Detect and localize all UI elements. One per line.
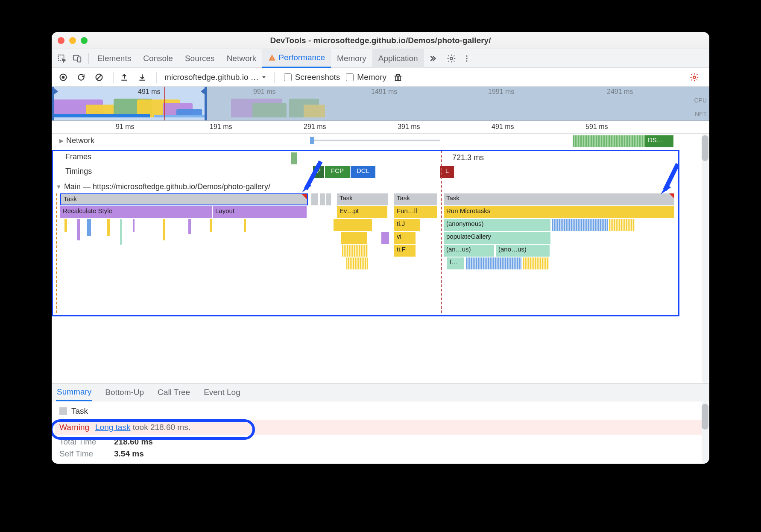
- network-bar[interactable]: DS…: [645, 135, 673, 147]
- flamechart[interactable]: ▶Network DS… Frames Timings 721.3 ms P F…: [52, 134, 709, 383]
- svg-rect-4: [272, 59, 273, 60]
- device-toggle-icon[interactable]: [70, 52, 84, 65]
- overview-net-label: NET: [694, 111, 707, 117]
- tab-network[interactable]: Network: [221, 49, 263, 68]
- perf-toolbar: microsoftedge.github.io … Screenshots Me…: [52, 68, 709, 87]
- svg-point-5: [450, 57, 453, 60]
- flame-task[interactable]: Task: [394, 193, 437, 205]
- ruler-tick: 91 ms: [116, 123, 135, 131]
- inspect-icon[interactable]: [55, 52, 69, 65]
- self-time-label: Self Time: [59, 449, 106, 459]
- ruler-tick: 291 ms: [304, 123, 326, 131]
- total-time-label: Total Time: [59, 437, 106, 447]
- chevron-down-icon: [261, 75, 266, 80]
- total-time-value: 218.60 ms: [114, 437, 153, 447]
- svg-point-12: [693, 76, 696, 79]
- warning-label: Warning: [59, 423, 89, 432]
- window-title: DevTools - microsoftedge.github.io/Demos…: [52, 36, 709, 45]
- flame-layout[interactable]: Layout: [213, 206, 307, 218]
- tab-summary[interactable]: Summary: [56, 383, 92, 401]
- summary-pane: Task Warning Long task took 218.60 ms. T…: [52, 401, 709, 464]
- self-time-value: 3.54 ms: [114, 449, 144, 459]
- ruler-tick: 491 ms: [492, 123, 514, 131]
- flame-task[interactable]: Task: [337, 193, 388, 205]
- flame-bar[interactable]: (ano…us): [496, 245, 550, 257]
- flame-bar[interactable]: Ev…pt: [337, 206, 387, 218]
- flame-bar[interactable]: ti.F: [394, 245, 416, 257]
- flame-bar[interactable]: populateGallery: [444, 232, 550, 244]
- warning-row: Warning Long task took 218.60 ms.: [55, 420, 706, 435]
- page-select[interactable]: microsoftedge.github.io …: [164, 73, 266, 82]
- tab-performance[interactable]: Performance: [262, 49, 331, 68]
- annotation-arrow-icon: [299, 159, 325, 198]
- tab-sources[interactable]: Sources: [179, 49, 221, 68]
- memory-checkbox[interactable]: Memory: [346, 73, 386, 82]
- svg-rect-3: [272, 57, 273, 59]
- kebab-icon[interactable]: [460, 52, 474, 65]
- tab-application[interactable]: Application: [372, 49, 424, 68]
- task-swatch-icon: [59, 407, 67, 415]
- warning-icon: [268, 54, 276, 61]
- clear-button[interactable]: [92, 70, 106, 85]
- svg-point-8: [466, 60, 467, 61]
- timeline-ruler[interactable]: 91 ms 191 ms 291 ms 391 ms 491 ms 591 ms: [52, 121, 709, 134]
- svg-point-10: [62, 76, 65, 79]
- svg-rect-2: [78, 57, 81, 62]
- tab-console[interactable]: Console: [137, 49, 179, 68]
- more-tabs-icon[interactable]: [426, 52, 439, 65]
- details-tabstrip: Summary Bottom-Up Call Tree Event Log: [52, 383, 709, 401]
- tab-bottomup[interactable]: Bottom-Up: [104, 383, 145, 401]
- titlebar: DevTools - microsoftedge.github.io/Demos…: [52, 32, 709, 49]
- record-button[interactable]: [56, 70, 70, 85]
- flame-recalc[interactable]: Recalculate Style: [60, 206, 212, 218]
- panel-tabstrip: Elements Console Sources Network Perform…: [52, 49, 709, 68]
- flame-bar[interactable]: f…: [447, 257, 464, 269]
- flame-task-selected[interactable]: Task: [60, 193, 308, 205]
- tab-elements[interactable]: Elements: [91, 49, 137, 68]
- annotation-arrow-icon: [656, 162, 682, 200]
- flame-bar[interactable]: (anonymous): [444, 219, 550, 231]
- devtools-window: DevTools - microsoftedge.github.io/Demos…: [52, 32, 709, 464]
- ruler-tick: 591 ms: [585, 123, 608, 131]
- flame-bar[interactable]: (an…us): [444, 245, 494, 257]
- svg-point-7: [466, 58, 467, 59]
- scrollbar-thumb[interactable]: [702, 135, 708, 161]
- capture-settings-icon[interactable]: [687, 70, 702, 85]
- tab-calltree[interactable]: Call Tree: [157, 383, 191, 401]
- overview-strip[interactable]: 491 ms 991 ms 1491 ms 1991 ms 2491 ms CP…: [52, 87, 709, 121]
- upload-button[interactable]: [117, 70, 132, 85]
- screenshots-checkbox[interactable]: Screenshots: [284, 73, 340, 82]
- ruler-tick: 191 ms: [210, 123, 232, 131]
- flame-bar[interactable]: ti.J: [394, 219, 420, 231]
- flame-bar[interactable]: vi: [394, 232, 416, 244]
- tab-memory[interactable]: Memory: [331, 49, 372, 68]
- long-task-link[interactable]: Long task: [95, 423, 130, 432]
- tab-eventlog[interactable]: Event Log: [203, 383, 241, 401]
- ruler-tick: 391 ms: [398, 123, 420, 131]
- summary-title: Task: [71, 406, 88, 416]
- svg-point-6: [466, 55, 467, 56]
- overview-cpu-label: CPU: [694, 97, 707, 104]
- timing-badge-fcp[interactable]: FCP: [325, 166, 350, 178]
- settings-icon[interactable]: [445, 52, 458, 65]
- track-main-label[interactable]: Main — https://microsoftedge.github.io/D…: [64, 182, 270, 191]
- scrollbar-thumb[interactable]: [702, 404, 708, 430]
- timing-badge-l[interactable]: L: [440, 166, 454, 178]
- timing-marker-label: 721.3 ms: [452, 153, 484, 162]
- download-button[interactable]: [135, 70, 149, 85]
- reload-record-button[interactable]: [74, 70, 88, 85]
- overview-tick: 491 ms: [138, 88, 160, 96]
- garbage-collect-button[interactable]: [391, 70, 405, 85]
- timing-badge-dcl[interactable]: DCL: [351, 166, 375, 178]
- flame-bar[interactable]: Fun…ll: [394, 206, 437, 218]
- flame-task-long[interactable]: Task: [444, 193, 674, 205]
- flame-bar[interactable]: Run Microtasks: [444, 206, 674, 218]
